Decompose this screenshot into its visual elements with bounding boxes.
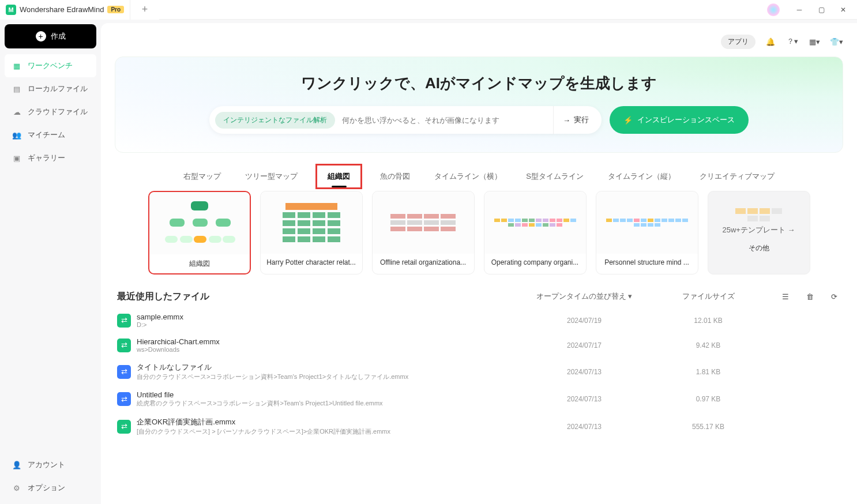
ai-prompt-field[interactable]: インテリジェントなファイル解析 → 実行 bbox=[209, 106, 602, 134]
app-title: Wondershare EdrawMind bbox=[20, 5, 104, 14]
app-tab[interactable]: M Wondershare EdrawMind Pro bbox=[0, 0, 130, 20]
new-tab-button[interactable]: + bbox=[130, 0, 159, 20]
ai-hero: ワンクリックで、AIがマインドマップを生成します インテリジェントなファイル解析… bbox=[115, 57, 843, 153]
file-size: 9.42 KB bbox=[656, 341, 760, 349]
template-card-retail[interactable]: Offline retail organizationa... bbox=[372, 191, 475, 274]
sort-dropdown[interactable]: オープンタイムの並び替え ▾ bbox=[512, 291, 656, 302]
sidebar-item-label: ローカルファイル bbox=[28, 84, 88, 94]
cat-org-chart[interactable]: 組織図 bbox=[320, 168, 358, 185]
template-card-org[interactable]: 組織図 bbox=[148, 191, 251, 274]
settings-icon: ⚙ bbox=[12, 484, 22, 492]
template-categories: 右型マップ ツリー型マップ 組織図 魚の骨図 タイムライン（横） S型タイムライ… bbox=[115, 168, 843, 185]
template-card-harry[interactable]: Harry Potter character relat... bbox=[260, 191, 363, 274]
recent-file-list: ⇄ sample.emmx D:> 2024/07/19 12.01 KB ⇄ … bbox=[115, 308, 843, 441]
file-row[interactable]: ⇄ タイトルなしファイル 自分のクラウドスペース>コラボレーション資料>Team… bbox=[115, 358, 843, 386]
sidebar-item-options[interactable]: ⚙ オプション bbox=[5, 476, 96, 499]
grid-icon: ▦ bbox=[12, 62, 22, 70]
file-size: 12.01 KB bbox=[656, 317, 760, 325]
template-label: 組織図 bbox=[149, 259, 250, 269]
file-path: 自分のクラウドスペース>コラボレーション資料>Team's Project1>タ… bbox=[137, 373, 512, 381]
avatar[interactable] bbox=[767, 3, 780, 16]
file-row[interactable]: ⇄ Untitled file 絵虎君のクラウドスペース>コラボレーション資料>… bbox=[115, 386, 843, 412]
template-label: Offline retail organizationa... bbox=[373, 258, 474, 266]
file-row[interactable]: ⇄ 企業OKR評価実施計画.emmx [自分のクラウドスペース] > [パーソナ… bbox=[115, 412, 843, 441]
cat-fishbone[interactable]: 魚の骨図 bbox=[378, 168, 412, 185]
template-label: Harry Potter character relat... bbox=[261, 258, 362, 266]
shirt-icon[interactable]: 👕▾ bbox=[829, 35, 843, 48]
delete-icon[interactable]: 🗑 bbox=[803, 289, 817, 303]
sidebar-item-gallery[interactable]: ▣ ギャラリー bbox=[5, 146, 96, 170]
file-path: [自分のクラウドスペース] > [パーソナルクラウドスペース]>企業OKR評価実… bbox=[137, 427, 512, 436]
analysis-pill[interactable]: インテリジェントなファイル解析 bbox=[215, 112, 335, 129]
bell-icon[interactable]: 🔔 bbox=[764, 35, 777, 48]
template-thumb bbox=[261, 191, 362, 254]
plus-circle-icon: + bbox=[36, 31, 46, 42]
file-type-icon: ⇄ bbox=[117, 392, 131, 406]
file-type-icon: ⇄ bbox=[117, 314, 131, 328]
app-logo-icon: M bbox=[6, 5, 16, 15]
top-toolbar: アプリ 🔔 ？▾ ▦▾ 👕▾ bbox=[115, 32, 843, 51]
sidebar-item-local[interactable]: ▤ ローカルファイル bbox=[5, 77, 96, 100]
sidebar-item-label: ワークベンチ bbox=[28, 61, 73, 71]
file-size: 0.97 KB bbox=[656, 395, 760, 403]
inspiration-button[interactable]: ⚡ インスピレーションスペース bbox=[610, 106, 749, 134]
file-date: 2024/07/19 bbox=[512, 317, 656, 325]
cat-tree-map[interactable]: ツリー型マップ bbox=[243, 168, 300, 185]
cat-timeline-h[interactable]: タイムライン（横） bbox=[432, 168, 504, 185]
more-templates-card[interactable]: 25w+テンプレート → その他 bbox=[708, 191, 810, 274]
file-name: Hierarchical-Chart.emmx bbox=[137, 337, 512, 346]
file-name: 企業OKR評価実施計画.emmx bbox=[137, 417, 512, 427]
template-thumb bbox=[149, 192, 250, 254]
template-label: Operating company organi... bbox=[484, 258, 586, 266]
account-icon: 👤 bbox=[12, 461, 22, 469]
create-label: 作成 bbox=[51, 31, 66, 42]
file-row[interactable]: ⇄ Hierarchical-Chart.emmx ws>Downloads 2… bbox=[115, 333, 843, 358]
refresh-icon[interactable]: ⟳ bbox=[827, 289, 841, 303]
template-card-personnel[interactable]: Personnel structure mind ... bbox=[596, 191, 698, 274]
sidebar-item-account[interactable]: 👤 アカウント bbox=[5, 453, 96, 476]
folder-icon: ▤ bbox=[12, 85, 22, 93]
file-type-icon: ⇄ bbox=[117, 420, 131, 434]
sidebar-item-label: オプション bbox=[28, 483, 65, 493]
apps-button[interactable]: アプリ bbox=[721, 35, 755, 49]
close-button[interactable]: ✕ bbox=[833, 1, 854, 18]
hero-title: ワンクリックで、AIがマインドマップを生成します bbox=[129, 73, 829, 93]
main-content: アプリ 🔔 ？▾ ▦▾ 👕▾ ワンクリックで、AIがマインドマップを生成します … bbox=[101, 23, 857, 504]
list-view-icon[interactable]: ☰ bbox=[779, 289, 792, 303]
file-name: タイトルなしファイル bbox=[137, 362, 512, 373]
file-size: 1.81 KB bbox=[656, 368, 760, 376]
file-name: Untitled file bbox=[137, 390, 512, 399]
recent-heading: 最近使用したファイル bbox=[117, 291, 512, 303]
titlebar: M Wondershare EdrawMind Pro + ─ ▢ ✕ bbox=[0, 0, 857, 20]
zap-icon: ⚡ bbox=[623, 116, 633, 125]
ai-prompt-input[interactable] bbox=[335, 116, 553, 125]
help-icon[interactable]: ？▾ bbox=[785, 35, 799, 48]
cat-right-map[interactable]: 右型マップ bbox=[181, 168, 223, 185]
window-controls: ─ ▢ ✕ bbox=[789, 1, 857, 18]
template-card-operating[interactable]: Operating company organi... bbox=[484, 191, 587, 274]
gallery-icon: ▣ bbox=[12, 154, 22, 163]
more-label: その他 bbox=[708, 243, 810, 253]
cat-timeline-v[interactable]: タイムライン（縦） bbox=[606, 168, 678, 185]
file-row[interactable]: ⇄ sample.emmx D:> 2024/07/19 12.01 KB bbox=[115, 308, 843, 333]
template-label: Personnel structure mind ... bbox=[596, 258, 698, 266]
inspiration-label: インスピレーションスペース bbox=[637, 115, 735, 125]
sidebar-item-label: ギャラリー bbox=[28, 153, 65, 163]
sidebar-item-workbench[interactable]: ▦ ワークベンチ bbox=[5, 54, 96, 77]
pro-badge: Pro bbox=[107, 6, 124, 13]
cat-s-timeline[interactable]: S型タイムライン bbox=[524, 168, 586, 185]
maximize-button[interactable]: ▢ bbox=[811, 1, 832, 18]
cat-creative[interactable]: クリエイティブマップ bbox=[697, 168, 777, 185]
sidebar-item-team[interactable]: 👥 マイチーム bbox=[5, 123, 96, 146]
minimize-button[interactable]: ─ bbox=[789, 1, 810, 18]
create-button[interactable]: + 作成 bbox=[5, 24, 96, 48]
run-button[interactable]: → 実行 bbox=[553, 106, 598, 134]
widgets-icon[interactable]: ▦▾ bbox=[807, 35, 821, 48]
sidebar-item-label: クラウドファイル bbox=[28, 107, 88, 117]
sidebar-item-cloud[interactable]: ☁ クラウドファイル bbox=[5, 100, 96, 123]
cloud-icon: ☁ bbox=[12, 108, 22, 116]
file-type-icon: ⇄ bbox=[117, 365, 131, 379]
file-path: D:> bbox=[137, 321, 512, 328]
team-icon: 👥 bbox=[12, 131, 22, 140]
file-date: 2024/07/13 bbox=[512, 368, 656, 376]
